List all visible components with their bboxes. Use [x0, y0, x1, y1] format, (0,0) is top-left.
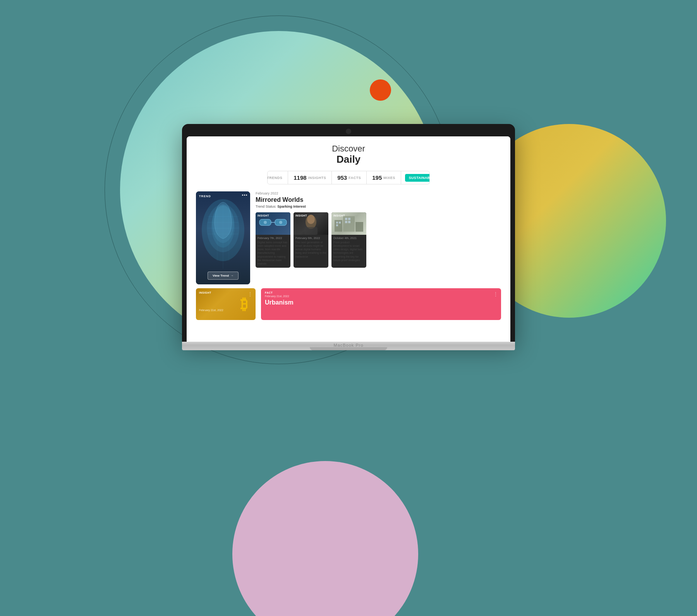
bottom-cards-row: INSIGHT ₿ ⋮ February 21st, 2022 FACT Feb…: [196, 288, 501, 320]
macbook-label: MacBook Pro: [182, 342, 515, 348]
bitcoin-icon: ₿: [240, 296, 248, 313]
insight-card-2[interactable]: INSIGHT February 6th, 2022 The next gene…: [294, 212, 328, 268]
sustainability-badge[interactable]: SUSTAINABILITY: [401, 172, 430, 184]
stat-facts[interactable]: 953 FACTS: [332, 171, 367, 184]
page-title-light: Discover: [196, 144, 501, 153]
bottom-fact-title: Urbanism: [265, 299, 497, 306]
insight-3-desc: From product development to smart cities…: [331, 241, 366, 264]
insight-card-3[interactable]: INSIGHT: [331, 212, 366, 268]
insight-1-desc: Digital twins concept has been adopted m…: [256, 241, 290, 268]
svg-rect-22: [336, 224, 338, 226]
trend-status: Trend Status: Sparking Interest: [256, 205, 501, 208]
svg-point-12: [264, 221, 267, 224]
bg-circle-pink: [232, 461, 418, 616]
bottom-fact-card[interactable]: FACT February 21st, 2022 Urbanism ⋮: [261, 288, 501, 320]
svg-rect-20: [336, 222, 338, 224]
trend-detail-section: February 2022 Mirrored Worlds Trend Stat…: [256, 191, 501, 284]
stat-insights-number: 1198: [294, 174, 306, 181]
dot2: [244, 194, 245, 196]
svg-rect-17: [335, 220, 342, 232]
svg-rect-24: [348, 218, 350, 220]
trend-menu-dots[interactable]: [242, 194, 247, 196]
laptop-screen-outer: Discover Daily 204 TRENDS 1198 INSIGHTS …: [182, 124, 515, 342]
page-title-bold: Daily: [196, 153, 501, 165]
bottom-fact-date: February 21st, 2022: [265, 295, 497, 298]
dot3: [246, 194, 247, 196]
stat-mixes[interactable]: 195 MIXES: [367, 171, 401, 184]
laptop-base: MacBook Pro: [182, 342, 515, 350]
insight-cards-row: INSIGHT February 7th, 20: [256, 212, 501, 268]
svg-rect-25: [345, 221, 347, 223]
svg-point-15: [307, 215, 315, 224]
insight-3-icon: [331, 212, 366, 235]
insight-card-1[interactable]: INSIGHT February 7th, 20: [256, 212, 290, 268]
trend-tag: TREND: [199, 194, 211, 198]
bottom-insight-menu-dots[interactable]: ⋮: [248, 291, 252, 297]
trend-card[interactable]: TREND View Trend: [196, 191, 250, 284]
bottom-insight-date: February 21st, 2022: [199, 309, 223, 311]
insight-2-date: February 6th, 2022: [294, 235, 328, 241]
svg-rect-23: [345, 218, 347, 220]
trend-status-prefix: Trend Status:: [256, 205, 276, 208]
bottom-insight-tag: INSIGHT: [199, 291, 211, 294]
stat-insights[interactable]: 1198 INSIGHTS: [288, 171, 332, 184]
insight-2-desc: The next generation of smart devices mig…: [294, 241, 328, 260]
svg-rect-21: [339, 222, 341, 224]
stat-mixes-label: MIXES: [383, 176, 395, 180]
stat-mixes-number: 195: [372, 174, 382, 181]
stats-bar: 204 TRENDS 1198 INSIGHTS 953 FACTS 195 M…: [267, 171, 430, 184]
svg-point-13: [279, 221, 282, 224]
stat-insights-label: INSIGHTS: [308, 176, 326, 180]
insight-card-2-img: INSIGHT: [294, 212, 328, 235]
bottom-insight-card[interactable]: INSIGHT ₿ ⋮ February 21st, 2022: [196, 288, 256, 320]
laptop-camera: [346, 129, 351, 134]
svg-rect-26: [348, 221, 350, 223]
insight-1-date: February 7th, 2022: [256, 235, 290, 241]
bottom-fact-menu-dots[interactable]: ⋮: [493, 291, 498, 297]
insight-card-3-img: INSIGHT: [331, 212, 366, 235]
insight-2-icon: [294, 212, 328, 235]
trend-card-illustration: [196, 191, 250, 284]
trend-date: February 2022: [256, 191, 501, 195]
stat-facts-label: FACTS: [348, 176, 361, 180]
stat-facts-number: 953: [337, 174, 347, 181]
bottom-fact-tag: FACT: [265, 291, 497, 294]
svg-rect-16: [304, 227, 318, 235]
main-cards-section: TREND View Trend February 2022 Mirrored …: [196, 191, 501, 284]
badge-label: SUSTAINABILITY: [405, 174, 430, 182]
bg-circle-orange: [370, 79, 391, 101]
trend-title: Mirrored Worlds: [256, 196, 501, 203]
insight-1-icon: [256, 212, 290, 233]
stat-trends[interactable]: 204 TRENDS: [267, 171, 288, 184]
insight-3-date: October 4th, 2021: [331, 235, 366, 241]
insight-card-1-img: INSIGHT: [256, 212, 290, 235]
app-content: Discover Daily 204 TRENDS 1198 INSIGHTS …: [187, 136, 510, 342]
laptop-mockup: Discover Daily 204 TRENDS 1198 INSIGHTS …: [182, 124, 515, 350]
laptop-screen: Discover Daily 204 TRENDS 1198 INSIGHTS …: [187, 136, 510, 342]
trend-status-value: Sparking Interest: [277, 205, 306, 208]
view-trend-button[interactable]: View Trend: [208, 272, 239, 280]
dot1: [242, 194, 243, 196]
stat-trends-label: TRENDS: [267, 176, 282, 180]
svg-rect-19: [355, 222, 363, 232]
